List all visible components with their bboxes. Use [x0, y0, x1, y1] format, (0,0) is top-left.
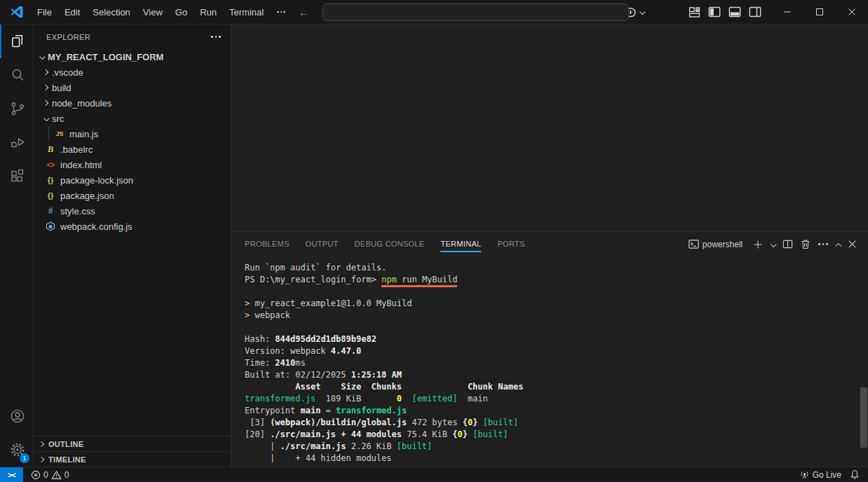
tree-item-index-html[interactable]: <> index.html [34, 157, 231, 172]
extensions-icon [9, 167, 26, 184]
warning-icon [51, 470, 62, 480]
warning-count: 0 [65, 470, 69, 480]
tree-root-folder[interactable]: MY_REACT_LOGIN_FORM [34, 49, 231, 64]
terminal-line: Time: 2410ms [245, 357, 868, 369]
panel-more-actions-ellipsis-icon[interactable] [818, 243, 828, 245]
toggle-panel-icon[interactable] [728, 6, 741, 18]
search-icon [9, 67, 26, 83]
account-button[interactable] [0, 399, 33, 433]
editor-empty-area[interactable] [231, 25, 868, 231]
terminal-line: | + 44 hidden modules [245, 453, 868, 464]
terminal-line: Version: webpack 4.47.0 [245, 345, 868, 357]
tab-output[interactable]: OUTPUT [306, 236, 339, 252]
customize-layout-icon[interactable] [689, 6, 700, 18]
tree-item-build[interactable]: build [34, 80, 231, 95]
explorer-actions-ellipsis-icon[interactable] [211, 36, 221, 38]
maximize-panel-chevron-up-icon[interactable] [835, 242, 841, 248]
tab-ports[interactable]: PORTS [497, 236, 524, 252]
source-control-icon [9, 100, 26, 117]
html-file-icon: <> [45, 160, 56, 169]
tab-debug-console[interactable]: DEBUG CONSOLE [355, 236, 425, 252]
terminal-line: Hash: 844d95dd2d1db89b9e82 [245, 333, 868, 345]
webpack-file-icon [45, 221, 56, 231]
terminal-line: > webpack [245, 310, 868, 322]
activity-extensions-button[interactable] [0, 159, 33, 193]
window-maximize-button[interactable] [803, 0, 836, 25]
terminal-output[interactable]: Run `npm audit` for details.PS D:\my_rea… [231, 256, 868, 464]
outline-section[interactable]: OUTLINE [34, 436, 231, 451]
terminal-line: > my_react_example1@1.0.0 MyBuild [245, 298, 868, 310]
root-folder-label: MY_REACT_LOGIN_FORM [48, 52, 163, 62]
chevron-down-icon [39, 54, 45, 60]
problems-status-button[interactable]: 0 0 [27, 467, 73, 482]
window-close-button[interactable] [836, 0, 868, 25]
chevron-right-icon [43, 69, 48, 75]
tree-item-webpack-config[interactable]: webpack.config.js [34, 219, 231, 234]
terminal-line: transformed.js 189 KiB 0 [emitted] main [245, 393, 868, 405]
close-panel-icon[interactable] [848, 240, 857, 249]
tree-item-vscode[interactable]: .vscode [34, 64, 231, 80]
go-live-button[interactable]: Go Live [795, 467, 846, 482]
broadcast-icon [799, 469, 810, 480]
new-terminal-plus-icon[interactable] [753, 240, 763, 249]
menu-overflow-ellipsis-icon[interactable] [270, 8, 292, 16]
terminal-line: | ./src/main.js 2.26 KiB [built] [245, 441, 868, 453]
terminal-launch-chevron-down-icon[interactable] [771, 241, 776, 247]
menu-edit[interactable]: Edit [58, 4, 86, 20]
notifications-bell-button[interactable] [846, 467, 868, 482]
error-icon [31, 470, 41, 480]
kill-terminal-trash-icon[interactable] [801, 239, 811, 249]
tree-item-main-js[interactable]: JS main.js [34, 126, 231, 142]
activity-explorer-button[interactable] [0, 25, 33, 58]
toggle-secondary-sidebar-icon[interactable] [749, 6, 761, 18]
activity-source-control-button[interactable] [0, 92, 33, 125]
css-file-icon: # [45, 206, 56, 216]
tree-item-package-lock-json[interactable]: {} package-lock.json [34, 172, 231, 188]
status-bar: >< 0 0 Go Live [0, 467, 868, 482]
settings-badge: 1 [20, 453, 29, 463]
terminal-line [245, 322, 868, 333]
activity-search-button[interactable] [0, 58, 33, 92]
terminal-line: [3] (webpack)/buildin/global.js 472 byte… [245, 417, 868, 429]
chevron-right-icon [39, 441, 44, 446]
tree-item-style-css[interactable]: # style.css [34, 203, 231, 219]
command-center-search-input[interactable] [323, 4, 629, 21]
activity-run-debug-button[interactable] [0, 125, 33, 159]
terminal-scrollbar-thumb[interactable] [860, 387, 867, 448]
powershell-terminal-icon [689, 240, 699, 249]
terminal-line: [20] ./src/main.js + 44 modules 75.4 KiB… [245, 429, 868, 441]
terminal-line: PS D:\my_react_login_form> npm run MyBui… [245, 274, 868, 286]
menu-selection[interactable]: Selection [86, 4, 136, 20]
menu-go[interactable]: Go [169, 4, 194, 20]
navigate-back-icon[interactable]: ← [292, 6, 316, 18]
timeline-section[interactable]: TIMELINE [34, 451, 231, 467]
window-minimize-button[interactable] [771, 0, 803, 25]
file-tree: MY_REACT_LOGIN_FORM .vscode build node_m… [34, 49, 231, 234]
tree-item-babelrc[interactable]: B .babelrc [34, 142, 231, 157]
tab-terminal[interactable]: TERMINAL [440, 236, 481, 252]
settings-gear-button[interactable]: 1 [0, 433, 33, 467]
babel-file-icon: B [45, 144, 56, 155]
tree-item-package-json[interactable]: {} package.json [34, 188, 231, 203]
tab-problems[interactable]: PROBLEMS [245, 236, 290, 252]
terminal-line: Entrypoint main = transformed.js [245, 405, 868, 417]
activity-bar: 1 [0, 25, 34, 467]
menu-run[interactable]: Run [194, 4, 223, 20]
tree-item-node-modules[interactable]: node_modules [34, 95, 231, 111]
terminal-line: Built at: 02/12/2025 1:25:18 AM [245, 369, 868, 381]
json-file-icon: {} [45, 176, 56, 184]
terminal-line: Run `npm audit` for details. [245, 262, 868, 274]
minimize-icon [783, 8, 792, 16]
toggle-primary-sidebar-icon[interactable] [708, 6, 721, 18]
menu-terminal[interactable]: Terminal [223, 4, 270, 20]
terminal-shell-selector[interactable]: powershell [689, 240, 742, 249]
remote-indicator-button[interactable]: >< [0, 467, 23, 482]
json-file-icon: {} [45, 191, 56, 200]
bell-icon [850, 469, 860, 480]
menu-file[interactable]: File [31, 4, 58, 20]
menu-view[interactable]: View [137, 4, 169, 20]
sidebar-title: EXPLORER [46, 33, 90, 41]
tree-item-src[interactable]: src [34, 111, 231, 126]
error-count: 0 [43, 470, 48, 480]
split-terminal-icon[interactable] [782, 239, 793, 249]
